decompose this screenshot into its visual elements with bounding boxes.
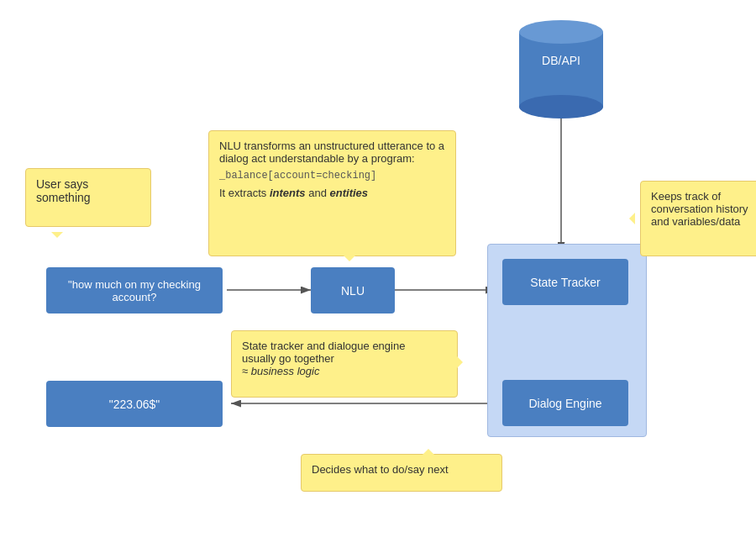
- user-query-box: "how much on my checking account?: [46, 267, 223, 314]
- together-tooltip: State tracker and dialogue engine usuall…: [231, 330, 458, 398]
- state-tracker-box: State Tracker: [502, 259, 628, 305]
- decides-tooltip: Decides what to do/say next: [301, 454, 502, 492]
- db-label: DB/API: [519, 54, 603, 67]
- user-callout: User says something: [25, 168, 151, 227]
- response-box: "223.06$": [46, 381, 223, 427]
- diagram: DB/API State Tracker Dialog Engine NLU "…: [0, 0, 756, 548]
- dialog-engine-box: Dialog Engine: [502, 380, 628, 426]
- nlu-tooltip: NLU transforms an unstructured utterance…: [208, 130, 456, 256]
- db-cylinder: DB/API: [519, 17, 603, 118]
- state-tracker-tooltip: Keeps track of conversation history and …: [640, 181, 756, 256]
- nlu-box: NLU: [311, 267, 395, 314]
